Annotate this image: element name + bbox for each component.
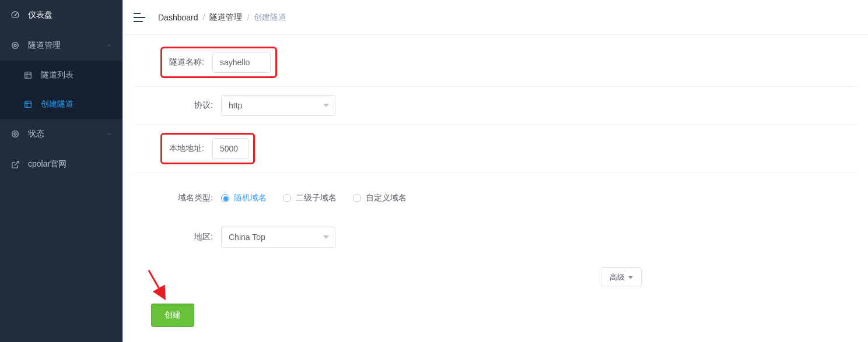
breadcrumb-sep: /	[247, 13, 249, 22]
create-tunnel-form: 隧道名称: 协议: http 本地地址:	[134, 43, 858, 335]
label-region: 地区:	[134, 232, 221, 242]
svg-point-8	[12, 131, 19, 137]
sidebar-item-status[interactable]: 状态	[0, 119, 123, 149]
input-tunnel-name[interactable]	[212, 52, 271, 73]
grid-icon	[23, 100, 33, 109]
gauge-icon	[10, 10, 20, 20]
label-local-addr: 本地地址:	[167, 143, 212, 154]
radio-dot-icon	[283, 194, 291, 202]
svg-point-1	[14, 44, 16, 47]
row-domain-type: 域名类型: 随机域名 二级子域名 自定义域名	[134, 172, 858, 211]
menu-toggle-icon[interactable]	[134, 13, 145, 22]
sidebar-item-tunnel-mgmt[interactable]: 隧道管理	[0, 30, 123, 61]
external-link-icon	[10, 160, 20, 169]
row-submit: 创建	[134, 293, 858, 335]
triangle-down-icon	[628, 276, 633, 279]
sidebar-item-tunnel-list[interactable]: 隧道列表	[0, 61, 123, 90]
row-region: 地区: China Top	[134, 211, 858, 256]
select-value: China Top	[229, 232, 265, 242]
chevron-down-icon	[323, 235, 329, 239]
radio-label: 随机域名	[234, 193, 267, 203]
advanced-button[interactable]: 高级	[601, 267, 642, 287]
radio-dot-icon	[353, 194, 361, 202]
select-protocol[interactable]: http	[221, 95, 335, 116]
radio-dot-icon	[221, 194, 229, 202]
ring-icon	[10, 41, 20, 50]
row-advanced: 高级	[134, 256, 858, 293]
ring-icon	[10, 129, 20, 139]
breadcrumb-item-current: 创建隧道	[254, 12, 286, 23]
chevron-down-icon	[106, 129, 112, 139]
breadcrumb: Dashboard / 隧道管理 / 创建隧道	[158, 12, 286, 23]
sidebar-item-label: 隧道列表	[41, 70, 74, 80]
breadcrumb-item[interactable]: Dashboard	[158, 13, 198, 22]
input-local-addr[interactable]	[212, 138, 249, 159]
svg-point-0	[12, 43, 19, 49]
advanced-label: 高级	[610, 272, 625, 283]
select-value: http	[229, 101, 242, 110]
create-button[interactable]: 创建	[151, 304, 194, 327]
label-domain-type: 域名类型:	[134, 193, 221, 203]
svg-line-10	[15, 161, 19, 165]
breadcrumb-sep: /	[203, 13, 205, 22]
sidebar-item-cpolar-site[interactable]: cpolar官网	[0, 149, 123, 179]
chevron-up-icon	[106, 41, 112, 50]
sidebar-submenu-tunnel: 隧道列表 创建隧道	[0, 61, 123, 119]
svg-rect-2	[25, 72, 32, 79]
topbar: Dashboard / 隧道管理 / 创建隧道	[123, 0, 868, 35]
main: Dashboard / 隧道管理 / 创建隧道 隧道名称: 协议:	[123, 0, 868, 342]
sidebar-item-label: 仪表盘	[28, 10, 52, 20]
chevron-down-icon	[323, 104, 329, 107]
radio-domain-random[interactable]: 随机域名	[221, 193, 267, 203]
create-label: 创建	[164, 310, 181, 320]
content: 隧道名称: 协议: http 本地地址:	[123, 35, 868, 342]
annotation-box-tunnel-name: 隧道名称:	[160, 47, 277, 78]
row-tunnel-name: 隧道名称:	[134, 43, 858, 86]
row-protocol: 协议: http	[134, 86, 858, 124]
row-local-addr: 本地地址:	[134, 124, 858, 172]
breadcrumb-item[interactable]: 隧道管理	[209, 12, 242, 23]
radio-label: 自定义域名	[366, 193, 407, 203]
radio-domain-sub[interactable]: 二级子域名	[283, 193, 337, 203]
label-tunnel-name: 隧道名称:	[167, 57, 212, 68]
sidebar-item-label: 状态	[28, 129, 44, 139]
select-region[interactable]: China Top	[221, 227, 335, 248]
sidebar-item-label: cpolar官网	[28, 159, 66, 170]
radio-group-domain-type: 随机域名 二级子域名 自定义域名	[221, 193, 407, 203]
radio-domain-custom[interactable]: 自定义域名	[353, 193, 407, 203]
radio-label: 二级子域名	[296, 193, 337, 203]
annotation-box-local-addr: 本地地址:	[160, 133, 255, 164]
label-protocol: 协议:	[134, 100, 221, 111]
sidebar: 仪表盘 隧道管理 隧道列表	[0, 0, 123, 342]
grid-icon	[23, 70, 33, 80]
sidebar-item-label: 创建隧道	[41, 99, 74, 110]
sidebar-item-tunnel-create[interactable]: 创建隧道	[0, 90, 123, 119]
sidebar-item-label: 隧道管理	[28, 40, 61, 51]
sidebar-item-dashboard[interactable]: 仪表盘	[0, 0, 123, 30]
svg-rect-5	[25, 101, 32, 108]
svg-point-9	[14, 133, 16, 135]
